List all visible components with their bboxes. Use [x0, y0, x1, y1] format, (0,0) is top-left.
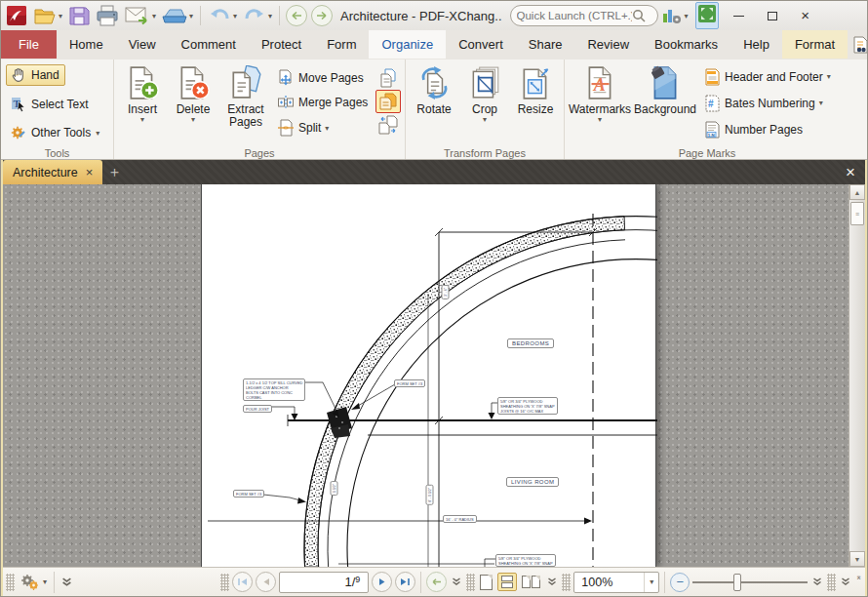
redo-dropdown-caret[interactable]: ▾ [268, 12, 272, 20]
tab-form[interactable]: Form [314, 30, 369, 59]
tab-bookmarks[interactable]: Bookmarks [642, 30, 730, 59]
view-history-expand-button[interactable] [450, 576, 463, 588]
document-tab-architecture[interactable]: Architecture × [3, 160, 102, 184]
launch-applications-button[interactable]: ▾ [658, 3, 691, 28]
more-tools-expand-button[interactable] [839, 576, 852, 588]
next-page-button[interactable] [372, 572, 392, 592]
document-area[interactable]: BEDROOMS LIVING ROOM 1-1/2 x 4 1/2 TOP S… [3, 184, 865, 567]
background-button[interactable]: Background [632, 61, 698, 144]
close-button[interactable]: × [789, 4, 822, 27]
status-bar: ▾ 1/9 [3, 567, 865, 596]
launch-dropdown-caret[interactable]: ▾ [685, 12, 689, 20]
page-number-box[interactable]: 1/9 [279, 572, 369, 593]
quick-launch-box[interactable] [510, 5, 658, 26]
redo-button[interactable]: ▾ [240, 3, 275, 28]
layout-options-expand-button[interactable] [545, 576, 559, 588]
two-page-layout-button[interactable] [520, 574, 542, 590]
undo-dropdown-caret[interactable]: ▾ [233, 12, 237, 20]
insert-pages-button[interactable]: Insert ▾ [117, 61, 168, 144]
tab-format[interactable]: Format [782, 30, 848, 59]
history-back-button[interactable] [286, 5, 307, 26]
duplicate-pages-button[interactable] [375, 90, 401, 113]
close-document-button[interactable]: × [836, 160, 865, 184]
expand-toolbar-button[interactable] [59, 576, 74, 589]
print-button[interactable] [93, 3, 122, 28]
zoom-options-expand-button[interactable] [810, 576, 824, 588]
status-options-button[interactable]: ▾ [18, 572, 49, 593]
tab-convert[interactable]: Convert [446, 30, 516, 59]
resize-pages-button[interactable]: Resize [510, 61, 561, 144]
tab-view[interactable]: View [116, 30, 169, 59]
save-button[interactable] [65, 3, 93, 28]
toolbar-grip[interactable] [466, 574, 475, 591]
scan-dropdown-caret[interactable]: ▾ [189, 12, 193, 20]
single-page-icon [480, 575, 493, 590]
split-button[interactable]: Split ▾ [275, 118, 373, 138]
zoom-slider[interactable] [692, 573, 808, 592]
last-page-button[interactable] [395, 572, 415, 592]
new-tab-button[interactable]: ＋ [102, 160, 126, 184]
single-page-layout-button[interactable] [478, 573, 494, 592]
header-and-footer-button[interactable]: Header and Footer ▾ [702, 67, 843, 87]
replace-pages-button[interactable] [375, 113, 401, 137]
hand-tool-button[interactable]: Hand [6, 64, 65, 86]
undo-button[interactable]: ▾ [205, 3, 240, 28]
toolbar-grip[interactable] [6, 574, 15, 591]
document-tab-close-icon[interactable]: × [86, 165, 94, 179]
open-dropdown-caret[interactable]: ▾ [59, 12, 62, 20]
tab-home[interactable]: Home [57, 30, 116, 59]
email-dropdown-caret[interactable]: ▾ [152, 12, 156, 20]
extract-pages-button[interactable]: ExtractPages [218, 61, 273, 144]
history-forward-button[interactable] [311, 5, 333, 26]
find-button[interactable]: Find... [848, 34, 868, 56]
rotate-pages-button[interactable]: Rotate [409, 61, 459, 144]
tab-help[interactable]: Help [730, 30, 782, 59]
delete-pages-button[interactable]: Delete ▾ [168, 61, 218, 144]
tab-share[interactable]: Share [516, 30, 575, 59]
insert-caret: ▾ [140, 116, 144, 123]
zoom-slider-handle[interactable] [733, 574, 741, 591]
select-text-button[interactable]: T Select Text [6, 95, 93, 114]
tab-file[interactable]: File [1, 30, 57, 59]
scroll-down-button[interactable]: ▼ [849, 551, 865, 567]
status-options-caret[interactable]: ▾ [43, 577, 47, 586]
number-pages-button[interactable]: 1.N Number Pages [702, 120, 843, 139]
document-tab-bar: Architecture × ＋ × [3, 160, 865, 184]
tab-review[interactable]: Review [574, 30, 642, 59]
copy-pages-button[interactable] [375, 66, 401, 90]
move-pages-button[interactable]: Move Pages [275, 68, 373, 88]
open-button[interactable]: ▾ [30, 3, 65, 28]
maximize-button[interactable] [756, 4, 789, 27]
minimize-button[interactable] [723, 4, 756, 27]
watermarks-button[interactable]: A Watermarks ▾ [568, 61, 632, 144]
zoom-level-select[interactable]: 100% ▾ [573, 572, 659, 593]
pdf-page[interactable]: BEDROOMS LIVING ROOM 1-1/2 x 4 1/2 TOP S… [201, 184, 656, 567]
toolbar-grip[interactable] [220, 574, 229, 591]
tab-protect[interactable]: Protect [249, 30, 314, 59]
zoom-out-button[interactable]: − [670, 573, 690, 592]
email-button[interactable]: ▾ [122, 3, 159, 28]
scrollbar-thumb[interactable]: ≡ [850, 202, 864, 225]
continuous-layout-button[interactable] [497, 573, 517, 592]
other-tools-button[interactable]: Other Tools ▾ [6, 123, 104, 142]
crop-pages-button[interactable]: Crop ▾ [459, 61, 510, 144]
scanner-icon [162, 7, 187, 24]
statusbar-corner-handle[interactable]: ⌅ [855, 573, 862, 581]
tab-organize[interactable]: Organize [369, 30, 446, 59]
previous-view-button[interactable] [426, 572, 447, 592]
vertical-scrollbar[interactable]: ▲ ≡ ▼ [848, 184, 865, 567]
group-page-marks: A Watermarks ▾ Background Header and Foo… [565, 60, 849, 159]
previous-page-button[interactable] [256, 572, 276, 592]
bates-numbering-button[interactable]: # Bates Numbering ▾ [702, 94, 843, 113]
merge-pages-button[interactable]: Merge Pages [275, 93, 373, 112]
zoom-dropdown-caret[interactable]: ▾ [644, 573, 658, 592]
toolbar-grip[interactable] [827, 574, 836, 591]
scroll-up-button[interactable]: ▲ [849, 184, 865, 200]
quick-launch-input[interactable] [517, 10, 632, 21]
tab-comment[interactable]: Comment [169, 30, 249, 59]
first-page-button[interactable] [232, 572, 253, 592]
toolbar-grip[interactable] [562, 574, 571, 591]
fullscreen-toggle-button[interactable] [695, 2, 719, 29]
group-label-tools: Tools [1, 147, 113, 159]
scan-button[interactable]: ▾ [159, 3, 196, 28]
